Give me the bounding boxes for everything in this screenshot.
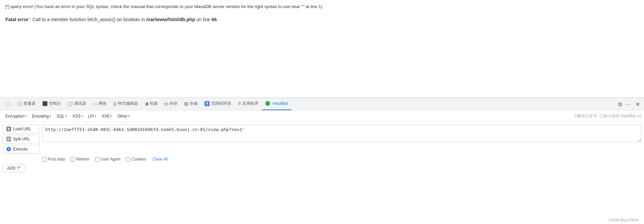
tab-accessibility[interactable]: ♿ 无障碍环境 [201, 97, 234, 110]
menu-encoding-label: Encoding [32, 114, 49, 119]
fatal-error-message: Fatal error : Call to a member function … [5, 16, 639, 23]
menu-xss[interactable]: XSS ▾ [70, 113, 86, 120]
load-url-icon [6, 127, 11, 131]
tab-app[interactable]: ⠿ 应用程序 [234, 97, 262, 110]
devtools-right-controls: ⧉ ··· ✕ [617, 100, 641, 110]
devtools-tabbar: ⬚ ⬜ 查看器 ⬛ 控制台 ◯ 调试器 ↑↓ 网络 {} 样式编辑器 ◑ 性能 … [0, 97, 644, 110]
tab-memory-label: 内存 [169, 101, 177, 106]
close-devtools-button[interactable]: ✕ [634, 100, 641, 108]
menu-lfi[interactable]: LFI ▾ [86, 113, 99, 120]
xxe-chevron-icon: ▾ [110, 115, 112, 118]
tab-hackbar-label: HackBar [273, 101, 288, 106]
debugger-icon: ◯ [68, 101, 73, 106]
tab-style-label: 样式编辑器 [118, 101, 138, 106]
other-chevron-icon: ▾ [128, 115, 130, 118]
tab-network[interactable]: ↑↓ 网络 [90, 97, 110, 110]
execute-button[interactable]: Execute [3, 145, 40, 153]
hackbar-brand-text: ©微信公众号: 江南小虫虫 HackBar v2 [574, 114, 641, 118]
tab-debugger[interactable]: ◯ 调试器 [64, 97, 90, 110]
elements-icon: ⬜ [17, 101, 22, 106]
menu-sql[interactable]: SQL ▾ [54, 113, 70, 120]
menu-xxe-label: XXE [102, 114, 110, 119]
fatal-text: : Call to a member function fetch_assoc(… [30, 17, 146, 22]
tab-app-label: 应用程序 [243, 101, 259, 106]
tab-style-editor[interactable]: {} 样式编辑器 [110, 97, 141, 110]
fatal-label: Fatal error [5, 17, 29, 22]
network-icon: ↑↓ [93, 101, 97, 106]
fatal-path: /var/www/html/db.php [146, 17, 195, 22]
memory-icon: ◎ [164, 101, 168, 106]
user-agent-checkbox-label[interactable]: User Agent [95, 157, 120, 162]
accessibility-icon: ♿ [204, 101, 210, 106]
style-icon: {} [113, 101, 116, 106]
referer-checkbox-label[interactable]: Referer [70, 157, 90, 162]
tab-elements-label: 查看器 [23, 101, 36, 106]
clear-all-button[interactable]: Clear All [153, 157, 168, 162]
hackbar-url-area [42, 125, 641, 153]
hackbar-body: Load URL Split URL Execute [0, 122, 644, 155]
post-data-checkbox[interactable] [42, 157, 47, 162]
hackbar-brand: ©微信公众号: 江南小虫虫 HackBar v2 [574, 113, 641, 119]
tab-inspect[interactable]: ⬚ [3, 97, 13, 110]
execute-label: Execute [13, 147, 28, 151]
menu-sql-label: SQL [57, 114, 65, 119]
encoding-chevron-icon: ▾ [50, 115, 51, 118]
tab-storage[interactable]: ▤ 存储 [181, 97, 201, 110]
xss-chevron-icon: ▾ [81, 115, 83, 118]
console-icon: ⬛ [42, 101, 48, 106]
lfi-chevron-icon: ▾ [95, 115, 96, 118]
csdn-footer: CSDN @山川绿水 [609, 218, 639, 223]
inspect-icon: ⬚ [6, 101, 10, 106]
tab-memory[interactable]: ◎ 内存 [161, 97, 181, 110]
menu-xss-label: XSS [72, 114, 80, 119]
detach-button[interactable]: ⧉ [617, 101, 623, 108]
user-agent-checkbox[interactable] [95, 157, 99, 162]
cookies-checkbox[interactable] [126, 157, 130, 162]
tab-network-label: 网络 [99, 101, 107, 106]
post-data-checkbox-label[interactable]: Post data [42, 157, 65, 162]
hackbar-checkboxes: Post data Referer User Agent Cookies Cle… [0, 155, 644, 164]
execute-icon [6, 147, 11, 151]
hackbar-panel: Encryption ▾ Encoding ▾ SQL ▾ XSS ▾ LFI … [0, 110, 644, 175]
referer-checkbox[interactable] [70, 157, 75, 162]
encryption-chevron-icon: ▾ [25, 115, 27, 118]
hackbar-bottom: ADD "/" [0, 164, 644, 175]
menu-other[interactable]: Other ▾ [115, 113, 132, 120]
app-icon: ⠿ [238, 101, 241, 106]
menu-xxe[interactable]: XXE ▾ [99, 113, 115, 120]
split-url-label: Split URL [13, 137, 30, 141]
load-url-label: Load URL [13, 127, 31, 131]
more-options-button[interactable]: ··· [625, 101, 632, 108]
add-slash-button[interactable]: ADD "/" [3, 164, 25, 172]
split-url-button[interactable]: Split URL [3, 135, 40, 143]
hackbar-dot-icon [265, 101, 270, 106]
hackbar-url-input[interactable] [42, 125, 641, 142]
tab-performance-label: 性能 [150, 101, 158, 106]
tab-elements[interactable]: ⬜ 查看器 [13, 97, 39, 110]
fatal-line-label: on line [197, 17, 212, 22]
tab-debugger-label: 调试器 [74, 101, 86, 106]
menu-lfi-label: LFI [88, 114, 94, 119]
fatal-line-num: 66 [212, 17, 217, 22]
hackbar-action-buttons: Load URL Split URL Execute [3, 125, 40, 153]
cookies-checkbox-label[interactable]: Cookies [126, 157, 146, 162]
referer-label: Referer [76, 157, 90, 162]
main-content: [*] query error! (You have an error in y… [0, 0, 644, 97]
tab-console-label: 控制台 [49, 101, 61, 106]
post-data-label: Post data [48, 157, 65, 162]
split-url-icon [6, 137, 11, 141]
menu-encryption[interactable]: Encryption ▾ [3, 113, 30, 120]
sql-chevron-icon: ▾ [65, 115, 67, 118]
error-message-1: [*] query error! (You have an error in y… [5, 3, 639, 10]
tab-console[interactable]: ⬛ 控制台 [39, 97, 64, 110]
tab-storage-label: 存储 [190, 101, 198, 106]
hackbar-menubar: Encryption ▾ Encoding ▾ SQL ▾ XSS ▾ LFI … [0, 110, 644, 122]
load-url-button[interactable]: Load URL [3, 125, 40, 133]
csdn-footer-text: CSDN @山川绿水 [609, 218, 639, 222]
performance-icon: ◑ [145, 101, 148, 106]
menu-encoding[interactable]: Encoding ▾ [30, 113, 54, 120]
tab-performance[interactable]: ◑ 性能 [141, 97, 161, 110]
storage-icon: ▤ [184, 101, 188, 106]
user-agent-label: User Agent [101, 157, 120, 162]
tab-hackbar[interactable]: HackBar [262, 97, 291, 110]
